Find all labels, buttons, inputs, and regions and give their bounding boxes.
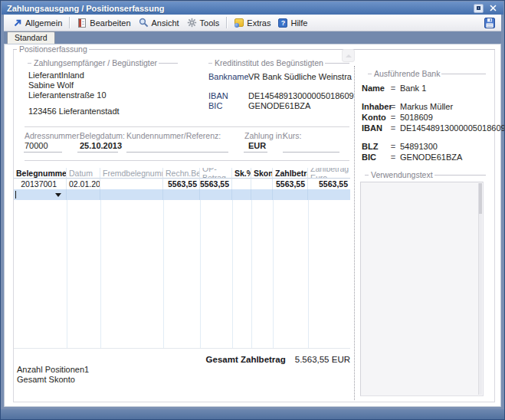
exec-iban-label: IBAN [362, 123, 389, 133]
selected-entry-row[interactable] [14, 189, 350, 200]
empty-cell[interactable] [273, 189, 308, 200]
tab-standard[interactable]: Standard [7, 31, 55, 44]
column-separator [163, 200, 164, 348]
col-header-skonto[interactable]: Skonto [251, 168, 273, 179]
col-header-fremdbelegnummer[interactable]: Fremdbelegnummer [100, 168, 163, 179]
empty-cell[interactable] [100, 189, 163, 200]
exec-bank-row: Inhaber = Markus Müller [362, 102, 453, 112]
verwendungstext-group-label-row: Verwendungstext [365, 171, 486, 179]
toolbar-separator [69, 17, 70, 28]
equals-sign: = [389, 123, 397, 133]
textarea-scrollbar[interactable] [478, 183, 482, 395]
restore-icon [477, 6, 480, 10]
column-separator [308, 200, 309, 348]
exec-bic-label: BIC [362, 153, 389, 162]
empty-cell[interactable] [308, 189, 350, 200]
menu-ansicht[interactable]: Ansicht [135, 16, 183, 29]
adressnummer-field[interactable]: 70000 [25, 141, 48, 151]
equals-sign: = [389, 142, 397, 152]
cell-fremdbelegnummer[interactable] [100, 179, 163, 189]
kurs-underline[interactable] [283, 152, 339, 153]
payee-city-line: 123456 Lieferantenstadt [28, 107, 120, 116]
groupbox-title: Positionserfassung [18, 44, 89, 54]
scroll-up-button[interactable] [342, 49, 355, 62]
col-header-rechn-betrag[interactable]: Rechn.Betrag [163, 168, 200, 179]
menu-extras[interactable]: Extras [230, 16, 274, 29]
column-separator [273, 200, 274, 348]
menu-tools[interactable]: Tools [183, 16, 224, 29]
payee-address-block: LieferantInland Sabine Wolf Lieferantens… [28, 71, 120, 116]
tab-strip: Standard [4, 31, 501, 44]
grand-total-row: Gesamt Zahlbetrag 5.563,55 EUR [14, 355, 350, 364]
iban-label: IBAN [208, 91, 228, 100]
payee-line: LieferantInland [28, 71, 120, 80]
menu-hilfe[interactable]: ? Hilfe [274, 17, 311, 29]
cell-datum[interactable]: 02.01.2013 [67, 179, 100, 189]
table-row[interactable]: 20137001 02.01.2013 5563,55 5563,55 5563… [14, 179, 350, 189]
cell-op-betrag[interactable]: 5563,55 [200, 179, 232, 189]
table-empty-area[interactable] [14, 200, 350, 349]
verwendungstext-textarea[interactable] [360, 182, 484, 396]
payee-bank-group-title: Kreditinstitut des Begünstigten [213, 58, 325, 67]
cell-rechn-betrag[interactable]: 5563,55 [163, 179, 200, 189]
col-header-datum[interactable]: Datum [67, 168, 100, 179]
anzahl-positionen-value: 1 [84, 365, 89, 375]
col-header-zahlbetrag[interactable]: Zahlbetrag [273, 168, 308, 179]
cell-zahlbetrag-euro[interactable]: 5563,55 [308, 179, 350, 189]
column-separator [200, 200, 201, 348]
cell-sk-prozent[interactable] [232, 179, 251, 189]
payee-line: Lieferantenstraße 10 [28, 90, 120, 100]
close-icon [490, 5, 497, 11]
separator-line [25, 160, 349, 161]
empty-cell[interactable] [200, 189, 232, 200]
col-header-zahlbetrag-euro[interactable]: Zahlbetrag Euro [308, 168, 350, 179]
empty-cell[interactable] [163, 189, 200, 200]
scrollbar-thumb[interactable] [479, 183, 482, 214]
magnifier-icon [139, 18, 149, 28]
verwendungstext-group-title: Verwendungstext [369, 170, 434, 179]
save-floppy-icon [484, 18, 495, 28]
exec-blz-label: BLZ [362, 142, 389, 152]
restore-window-button[interactable] [474, 4, 484, 13]
menu-bearbeiten-label: Bearbeiten [90, 18, 130, 28]
exec-bic-value: GENODE61BZA [397, 153, 462, 162]
panel-splitter[interactable] [354, 66, 355, 400]
exec-inhaber-label: Inhaber [362, 102, 389, 112]
col-header-belegnummer[interactable]: Belegnummer [14, 168, 67, 179]
kundennummer-underline[interactable] [126, 152, 228, 153]
menu-bearbeiten[interactable]: Bearbeiten [73, 16, 134, 29]
menu-allgemein[interactable]: Allgemein [8, 16, 66, 29]
cell-belegnummer[interactable]: 20137001 [14, 179, 67, 189]
belegdatum-field[interactable]: 25.10.2013 [80, 141, 122, 151]
col-header-op-betrag[interactable]: OP-Betrag [200, 168, 232, 179]
bankname-label: Bankname [208, 72, 249, 81]
app-window: Zahlungsausgang / Positionserfassung All… [0, 0, 505, 420]
separator-line [25, 126, 349, 127]
exec-bank-row: BLZ = 54891300 [362, 142, 438, 152]
window-title: Zahlungsausgang / Positionserfassung [7, 4, 164, 13]
empty-cell[interactable] [67, 189, 100, 200]
close-button[interactable] [487, 3, 498, 13]
cell-zahlbetrag[interactable]: 5563,55 [273, 179, 308, 189]
payee-bank-group-label-row: Kreditinstitut des Begünstigten [208, 59, 349, 67]
kundennummer-label: Kundennummer/Referenz: [126, 131, 221, 140]
exec-blz-value: 54891300 [397, 142, 438, 152]
cell-skonto[interactable] [251, 179, 273, 189]
save-button[interactable] [484, 18, 495, 28]
equals-sign: = [389, 113, 397, 123]
extras-icon [234, 18, 244, 28]
empty-cell[interactable] [232, 189, 251, 200]
belegdatum-underline[interactable] [77, 152, 118, 153]
col-header-sk-prozent[interactable]: Sk.% [232, 168, 251, 179]
exec-bank-row: Konto = 5018609 [362, 113, 433, 123]
dropdown-arrow-icon[interactable] [55, 193, 61, 197]
title-bar: Zahlungsausgang / Positionserfassung [2, 2, 503, 15]
iban-value: DE14548913000005018609 [248, 91, 354, 101]
table-header-row: Belegnummer Datum Fremdbelegnummer Rechn… [14, 168, 350, 179]
belegnummer-editor-cell[interactable] [14, 189, 67, 200]
exec-bank-row: Name = Bank 1 [362, 84, 426, 94]
adressnummer-underline[interactable] [24, 152, 62, 153]
zahlung-in-field[interactable]: EUR [248, 141, 266, 151]
empty-cell[interactable] [251, 189, 273, 200]
zahlung-in-underline[interactable] [244, 152, 267, 153]
